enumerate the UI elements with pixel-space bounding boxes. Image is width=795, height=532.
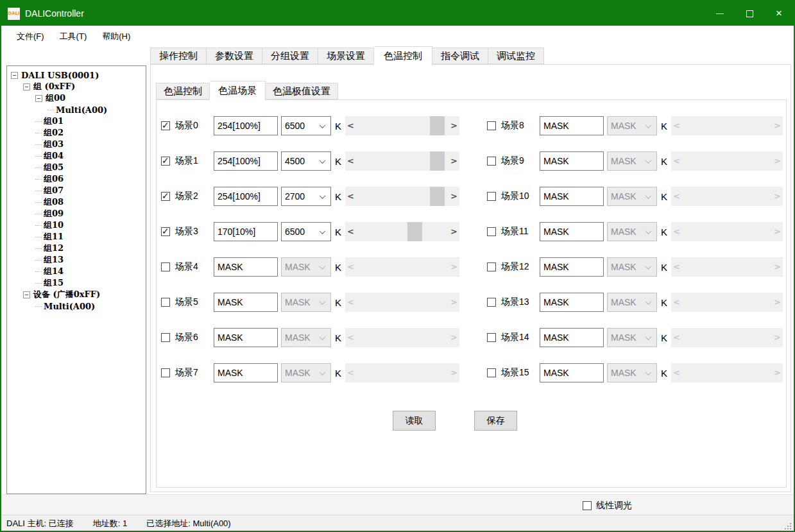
scrollbar-right-arrow[interactable]: > <box>449 151 459 171</box>
scene-level-input[interactable] <box>214 363 278 382</box>
tab-6[interactable]: 调试监控 <box>488 47 544 64</box>
scene-level-input[interactable] <box>214 222 278 241</box>
close-button[interactable]: × <box>764 1 794 26</box>
tree-item[interactable]: 组03 <box>7 139 146 150</box>
tree-item[interactable]: 组05 <box>7 162 146 173</box>
menu-item[interactable]: 工具(T) <box>52 27 95 46</box>
scene-checkbox[interactable] <box>487 333 496 342</box>
scene-level-input[interactable] <box>540 293 604 312</box>
tree-item[interactable]: 组08 <box>7 196 146 208</box>
scrollbar-thumb[interactable] <box>430 116 445 135</box>
subtab-2[interactable]: 色温极值设置 <box>266 83 338 99</box>
scene-checkbox[interactable] <box>487 368 496 377</box>
scrollbar-right-arrow[interactable]: > <box>449 187 459 206</box>
scene-level-input[interactable] <box>214 116 278 135</box>
scrollbar-thumb[interactable] <box>407 222 422 241</box>
save-button[interactable]: 保存 <box>474 411 517 431</box>
scrollbar-left-arrow[interactable]: < <box>345 187 356 206</box>
tree-item[interactable]: 组11 <box>7 231 146 243</box>
scene-level-input[interactable] <box>540 222 604 241</box>
scene-checkbox[interactable] <box>487 192 496 201</box>
scrollbar-thumb[interactable] <box>430 187 445 206</box>
scene-level-input[interactable] <box>214 151 278 171</box>
tree-item[interactable]: 组13 <box>7 254 146 266</box>
scene-level-input[interactable] <box>540 363 604 382</box>
scene-checkbox[interactable] <box>487 121 496 130</box>
scrollbar-left-arrow[interactable]: < <box>345 151 356 171</box>
scene-level-input[interactable] <box>540 116 604 135</box>
scene-level-input[interactable] <box>214 293 278 312</box>
scrollbar-right-arrow[interactable]: > <box>449 116 459 135</box>
tree-item[interactable]: 组12 <box>7 243 146 254</box>
scrollbar-left-arrow[interactable]: < <box>345 222 356 241</box>
scene-kelvin-select: MASK <box>281 363 331 382</box>
subtab-0[interactable]: 色温控制 <box>156 83 210 99</box>
tree-expander-icon[interactable] <box>35 95 42 102</box>
device-tree[interactable]: DALI USB(0001)组 (0xFF)组00Multi(A00)组01组0… <box>6 65 146 494</box>
tree-expander-icon[interactable] <box>11 72 18 79</box>
tab-0[interactable]: 操作控制 <box>150 47 207 64</box>
tree-item[interactable]: 组01 <box>7 116 146 127</box>
scrollbar-left-arrow[interactable]: < <box>345 116 356 135</box>
minimize-button[interactable] <box>705 1 735 26</box>
scene-level-input[interactable] <box>214 257 278 277</box>
tree-item[interactable]: 组00 <box>7 92 146 104</box>
menu-item[interactable]: 帮助(H) <box>94 27 138 46</box>
tree-item[interactable]: 设备 (广播0xFF) <box>7 289 146 300</box>
scrollbar-right-arrow[interactable]: > <box>449 222 459 241</box>
scene-checkbox[interactable] <box>161 121 170 130</box>
color-temp-scrollbar: < > <box>671 328 783 347</box>
scene-level-input[interactable] <box>540 187 604 206</box>
scene-checkbox[interactable] <box>161 192 170 201</box>
scene-checkbox[interactable] <box>161 298 170 307</box>
color-temp-scrollbar[interactable]: < > <box>345 151 459 171</box>
read-button[interactable]: 读取 <box>393 411 436 431</box>
scene-level-input[interactable] <box>540 328 604 347</box>
scene-checkbox[interactable] <box>487 298 496 307</box>
tree-item[interactable]: 组04 <box>7 150 146 162</box>
scene-checkbox[interactable] <box>487 262 496 271</box>
subtab-1[interactable]: 色温场景 <box>210 81 266 100</box>
scene-level-input[interactable] <box>214 328 278 347</box>
scene-level-input[interactable] <box>540 257 604 277</box>
maximize-button[interactable] <box>735 1 764 26</box>
color-temp-scrollbar[interactable]: < > <box>345 222 459 241</box>
tab-4[interactable]: 色温控制 <box>374 46 432 65</box>
tab-3[interactable]: 场景设置 <box>318 47 374 64</box>
scene-checkbox[interactable] <box>161 262 170 271</box>
linear-dimming-checkbox[interactable] <box>583 501 592 510</box>
scene-level-input[interactable] <box>540 151 604 171</box>
scene-level-input[interactable] <box>214 187 278 206</box>
tree-item[interactable]: 组02 <box>7 127 146 139</box>
tree-item[interactable]: Multi(A00) <box>7 300 146 312</box>
tree-expander-icon[interactable] <box>23 291 30 298</box>
scrollbar-thumb[interactable] <box>430 151 445 171</box>
scene-kelvin-select[interactable]: 6500 <box>281 222 331 241</box>
scene-checkbox[interactable] <box>487 157 496 166</box>
tree-item[interactable]: 组14 <box>7 266 146 277</box>
tab-5[interactable]: 指令调试 <box>432 47 488 64</box>
scene-checkbox[interactable] <box>487 227 496 236</box>
tree-item[interactable]: Multi(A00) <box>7 104 146 116</box>
tree-item[interactable]: DALI USB(0001) <box>7 69 146 81</box>
tab-2[interactable]: 分组设置 <box>262 47 318 64</box>
color-temp-scrollbar[interactable]: < > <box>345 116 459 135</box>
scene-checkbox[interactable] <box>161 333 170 342</box>
tree-item[interactable]: 组07 <box>7 185 146 196</box>
tree-item[interactable]: 组06 <box>7 173 146 185</box>
scene-kelvin-select[interactable]: 4500 <box>281 151 331 171</box>
tree-item[interactable]: 组09 <box>7 208 146 219</box>
scene-checkbox[interactable] <box>161 227 170 236</box>
tab-1[interactable]: 参数设置 <box>207 47 262 64</box>
scene-checkbox[interactable] <box>161 368 170 377</box>
tree-expander-icon[interactable] <box>23 83 30 90</box>
scene-kelvin-select[interactable]: 2700 <box>281 187 331 206</box>
menu-item[interactable]: 文件(F) <box>9 27 52 46</box>
tree-item[interactable]: 组15 <box>7 277 146 289</box>
scene-checkbox[interactable] <box>161 157 170 166</box>
tree-item[interactable]: 组 (0xFF) <box>7 81 146 92</box>
color-temp-scrollbar[interactable]: < > <box>345 187 459 206</box>
tree-item[interactable]: 组10 <box>7 219 146 231</box>
scene-kelvin-select[interactable]: 6500 <box>281 116 331 135</box>
resize-grip[interactable] <box>785 523 791 529</box>
